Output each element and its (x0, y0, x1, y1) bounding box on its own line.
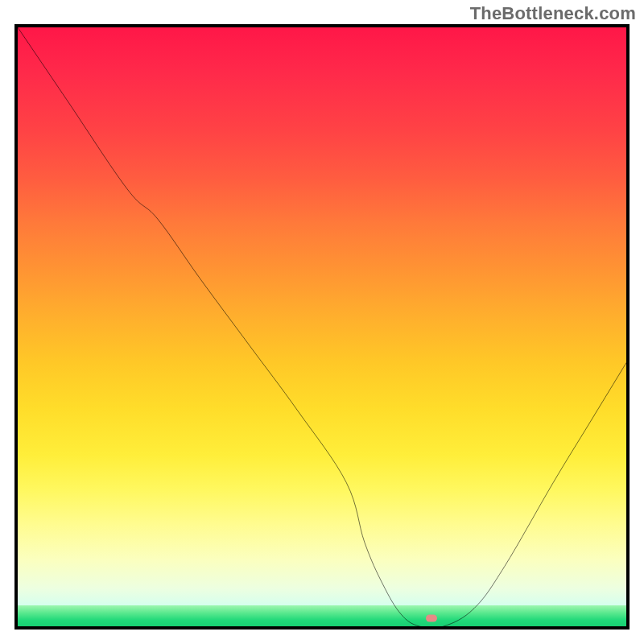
chart-curve-layer (18, 27, 626, 626)
bottleneck-curve-path (18, 27, 626, 626)
marker-pill (426, 615, 437, 622)
watermark-text: TheBottleneck.com (470, 3, 636, 24)
chart-plot-area (14, 24, 630, 630)
